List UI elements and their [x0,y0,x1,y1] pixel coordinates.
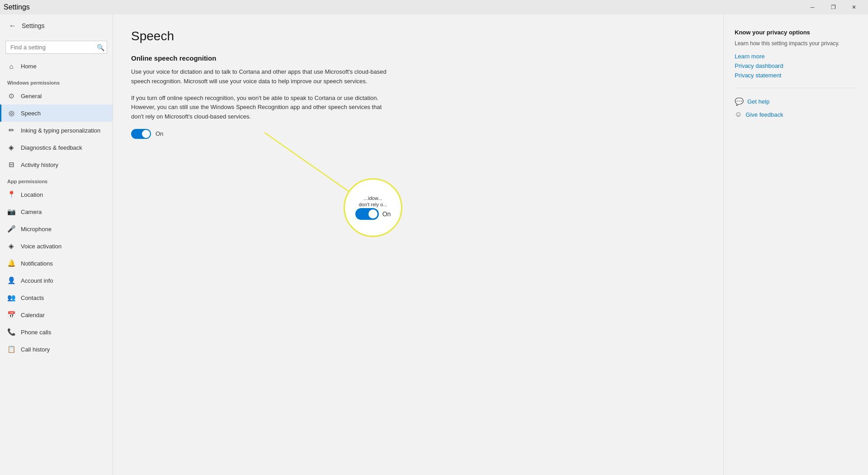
speech-icon: ◎ [7,109,15,117]
description-text-1: Use your voice for dictation and to talk… [131,67,393,86]
sidebar-label-notifications: Notifications [21,260,53,267]
inking-icon: ✏ [7,126,15,134]
sidebar-app-title: Settings [22,22,45,29]
voice-icon: ◈ [7,242,15,250]
get-help-icon: 💬 [735,97,744,106]
sidebar-label-diagnostics: Diagnostics & feedback [21,144,82,151]
app-permissions-label: App permissions [0,173,113,186]
location-icon: 📍 [7,190,15,199]
title-bar: Settings ─ ❐ ✕ [0,0,868,14]
description-text-2: If you turn off online speech recognitio… [131,94,393,122]
sidebar-item-home[interactable]: ⌂ Home [0,57,113,75]
sidebar-item-callhistory[interactable]: 📋 Call history [0,341,113,358]
diagnostics-icon: ◈ [7,143,15,152]
sidebar-label-camera: Camera [21,209,42,215]
privacy-statement-link[interactable]: Privacy statement [735,72,857,79]
sidebar-item-inking[interactable]: ✏ Inking & typing personalization [0,122,113,139]
give-feedback-icon: ☺ [735,110,742,119]
zoom-circle-annotation: ...idow... don't rely o... On [344,178,402,237]
sidebar-item-accountinfo[interactable]: 👤 Account info [0,272,113,289]
get-help-label: Get help [747,98,769,105]
zoom-toggle-row: On [355,208,391,220]
sidebar-label-accountinfo: Account info [21,277,53,284]
sidebar-item-calendar[interactable]: 📅 Calendar [0,306,113,323]
sidebar-label-home: Home [21,63,37,70]
activity-icon: ⊟ [7,161,15,169]
title-bar-controls: ─ ❐ ✕ [802,0,864,14]
sidebar-label-callhistory: Call history [21,346,50,353]
sidebar-item-microphone[interactable]: 🎤 Microphone [0,220,113,238]
notifications-icon: 🔔 [7,259,15,267]
right-panel-description: Learn how this setting impacts your priv… [735,39,857,48]
callhistory-icon: 📋 [7,345,15,353]
sidebar: ← Settings 🔍 ⌂ Home Windows permissions … [0,14,113,475]
sidebar-label-calendar: Calendar [21,312,45,318]
zoom-partial-text-1: ...idow... [364,195,382,201]
sidebar-item-notifications[interactable]: 🔔 Notifications [0,255,113,272]
phonecalls-icon: 📞 [7,328,15,336]
zoom-on-label: On [382,210,391,218]
search-container: 🔍 [0,37,113,57]
contacts-icon: 👥 [7,294,15,302]
search-icon-button[interactable]: 🔍 [97,44,104,51]
zoom-toggle-indicator [355,208,379,220]
sidebar-item-contacts[interactable]: 👥 Contacts [0,289,113,306]
sidebar-item-location[interactable]: 📍 Location [0,186,113,203]
windows-permissions-label: Windows permissions [0,75,113,87]
accountinfo-icon: 👤 [7,276,15,285]
microphone-icon: 🎤 [7,225,15,233]
back-button[interactable]: ← [7,20,18,32]
sidebar-item-diagnostics[interactable]: ◈ Diagnostics & feedback [0,139,113,156]
restore-button[interactable]: ❐ [823,0,844,14]
section-title: Online speech recognition [131,54,705,62]
calendar-icon: 📅 [7,311,15,319]
sidebar-item-speech[interactable]: ◎ Speech [0,104,113,122]
sidebar-label-voice: Voice activation [21,243,61,250]
give-feedback-link[interactable]: ☺ Give feedback [735,110,857,119]
get-help-link[interactable]: 💬 Get help [735,97,857,106]
sidebar-header: ← Settings [0,14,113,37]
learn-more-link[interactable]: Learn more [735,53,857,60]
toggle-state-label: On [156,130,163,137]
sidebar-label-contacts: Contacts [21,294,44,301]
sidebar-label-general: General [21,93,42,100]
toggle-row: On [131,129,705,139]
sidebar-item-voice[interactable]: ◈ Voice activation [0,238,113,255]
sidebar-item-camera[interactable]: 📷 Camera [0,203,113,220]
camera-icon: 📷 [7,208,15,216]
sidebar-label-speech: Speech [21,110,41,117]
home-icon: ⌂ [7,62,15,70]
page-title: Speech [131,29,705,43]
sidebar-label-location: Location [21,191,43,198]
sidebar-item-activity[interactable]: ⊟ Activity history [0,156,113,173]
zoom-circle-content: ...idow... don't rely o... On [350,190,396,225]
app-title-label: Settings [4,3,30,11]
general-icon: ⊙ [7,92,15,100]
sidebar-item-phonecalls[interactable]: 📞 Phone calls [0,323,113,341]
search-input[interactable] [5,41,107,54]
privacy-dashboard-link[interactable]: Privacy dashboard [735,62,857,69]
speech-recognition-toggle[interactable] [131,129,151,139]
right-panel-title: Know your privacy options [735,29,857,36]
divider [735,88,857,88]
close-button[interactable]: ✕ [844,0,864,14]
sidebar-label-activity: Activity history [21,162,58,168]
sidebar-label-phonecalls: Phone calls [21,329,51,336]
zoom-partial-text-2: don't rely o... [359,202,387,207]
app-body: ← Settings 🔍 ⌂ Home Windows permissions … [0,14,868,475]
minimize-button[interactable]: ─ [802,0,823,14]
right-panel: Know your privacy options Learn how this… [723,14,868,475]
sidebar-label-microphone: Microphone [21,226,52,233]
title-bar-left: Settings [4,3,30,11]
give-feedback-label: Give feedback [745,111,783,118]
sidebar-item-general[interactable]: ⊙ General [0,87,113,104]
content-area: Speech Online speech recognition Use you… [113,14,723,475]
sidebar-label-inking: Inking & typing personalization [21,127,100,134]
